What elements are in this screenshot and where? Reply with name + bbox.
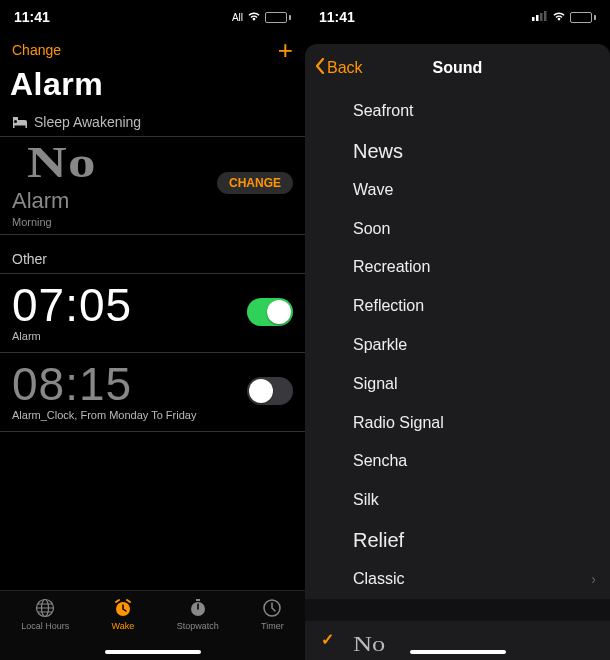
svg-rect-7: [536, 15, 539, 21]
sound-item-classic[interactable]: Classic ›: [305, 560, 610, 599]
edit-button[interactable]: Change: [12, 42, 61, 58]
sound-name: Classic: [353, 570, 405, 587]
alarm-toggle[interactable]: [247, 298, 293, 326]
change-button[interactable]: CHANGE: [217, 172, 293, 194]
chevron-left-icon: [315, 58, 325, 78]
sound-item[interactable]: Sparkle: [305, 326, 610, 365]
sound-name: No: [353, 630, 385, 659]
alarm-time: 07:05: [12, 282, 132, 328]
sound-list[interactable]: Seafront News Wave Soon Recreation Refle…: [305, 92, 610, 660]
tab-label: Stopwatch: [177, 621, 219, 631]
svg-rect-9: [544, 11, 547, 21]
status-bar: 11:41: [305, 0, 610, 34]
battery-icon: [570, 12, 596, 23]
sound-name: Signal: [353, 375, 397, 392]
no-alarm-text: No: [12, 137, 112, 188]
alarm-item[interactable]: 07:05 Alarm: [0, 274, 305, 353]
chevron-right-icon: ›: [591, 570, 596, 588]
alarm-label: Alarm_Clock, From Monday To Friday: [12, 409, 196, 421]
nav-title: Sound: [433, 59, 483, 77]
change-button-label: CHANGE: [229, 176, 281, 190]
status-bar: 11:41 All: [0, 0, 305, 34]
page-title: Alarm: [0, 62, 305, 113]
sound-item[interactable]: Radio Signal: [305, 404, 610, 443]
edit-row: Change +: [0, 34, 305, 62]
sound-item[interactable]: Reflection: [305, 287, 610, 326]
sound-name: Seafront: [353, 102, 413, 119]
morning-label: Morning: [12, 216, 92, 228]
tab-label: Wake: [112, 621, 135, 631]
tab-label: Timer: [261, 621, 284, 631]
sound-item[interactable]: Signal: [305, 365, 610, 404]
wifi-icon: [552, 11, 566, 24]
sound-item[interactable]: Soon: [305, 210, 610, 249]
back-button[interactable]: Back: [315, 58, 363, 78]
back-label: Back: [327, 59, 363, 77]
svg-rect-8: [540, 13, 543, 21]
tab-alarm[interactable]: Wake: [112, 597, 135, 631]
battery-icon: [265, 12, 291, 23]
status-icons: All: [232, 11, 291, 24]
sound-name: Recreation: [353, 258, 430, 275]
list-separator: [305, 599, 610, 621]
sound-name: Sencha: [353, 452, 407, 469]
status-time: 11:41: [319, 9, 355, 25]
sound-item[interactable]: Wave: [305, 171, 610, 210]
sleep-alarm-label: Alarm: [12, 188, 92, 214]
sound-item[interactable]: Sencha: [305, 442, 610, 481]
timer-icon: [262, 597, 282, 619]
tab-label: Local Hours: [21, 621, 69, 631]
sound-item[interactable]: Seafront: [305, 92, 610, 131]
sound-name: Radio Signal: [353, 414, 444, 431]
sleep-alarm-block: No Alarm Morning CHANGE: [0, 137, 305, 235]
nav-bar: Back Sound: [305, 44, 610, 92]
add-alarm-button[interactable]: +: [278, 38, 293, 62]
alarm-time: 08:15: [12, 361, 196, 407]
alarm-clock-icon: [113, 597, 133, 619]
signal-icon: [532, 11, 548, 23]
home-indicator[interactable]: [105, 650, 201, 654]
svg-rect-4: [196, 599, 200, 601]
other-section-header: Other: [0, 235, 305, 274]
sleep-section-header: Sleep Awakening: [0, 113, 305, 137]
sound-modal: Back Sound Seafront News Wave Soon Recre…: [305, 44, 610, 660]
alarm-label: Alarm: [12, 330, 132, 342]
svg-rect-6: [532, 17, 535, 21]
sound-item[interactable]: Relief: [305, 520, 610, 560]
sound-name: Wave: [353, 181, 393, 198]
sleep-section-label: Sleep Awakening: [34, 114, 141, 130]
globe-icon: [35, 597, 55, 619]
alarm-toggle[interactable]: [247, 377, 293, 405]
wifi-icon: [247, 11, 261, 24]
alarm-screen: 11:41 All Change + Alarm Sleep Awakening…: [0, 0, 305, 660]
sound-name: Silk: [353, 491, 379, 508]
sound-name: News: [353, 140, 403, 162]
sound-name: Relief: [353, 529, 404, 551]
bed-icon: [12, 117, 28, 128]
sound-name: Reflection: [353, 297, 424, 314]
home-indicator[interactable]: [410, 650, 506, 654]
tab-timer[interactable]: Timer: [261, 597, 284, 631]
sound-item[interactable]: Recreation: [305, 248, 610, 287]
tab-stopwatch[interactable]: Stopwatch: [177, 597, 219, 631]
carrier-label: All: [232, 12, 243, 23]
sound-item-none[interactable]: No: [305, 621, 610, 660]
tab-world-clock[interactable]: Local Hours: [21, 597, 69, 631]
status-time: 11:41: [14, 9, 50, 25]
sound-screen: 11:41 Back Sound Seafront: [305, 0, 610, 660]
alarm-item[interactable]: 08:15 Alarm_Clock, From Monday To Friday: [0, 353, 305, 432]
stopwatch-icon: [188, 597, 208, 619]
sound-item[interactable]: News: [305, 131, 610, 171]
sound-name: Sparkle: [353, 336, 407, 353]
status-icons: [532, 11, 596, 24]
sound-name: Soon: [353, 220, 390, 237]
sound-item[interactable]: Silk: [305, 481, 610, 520]
